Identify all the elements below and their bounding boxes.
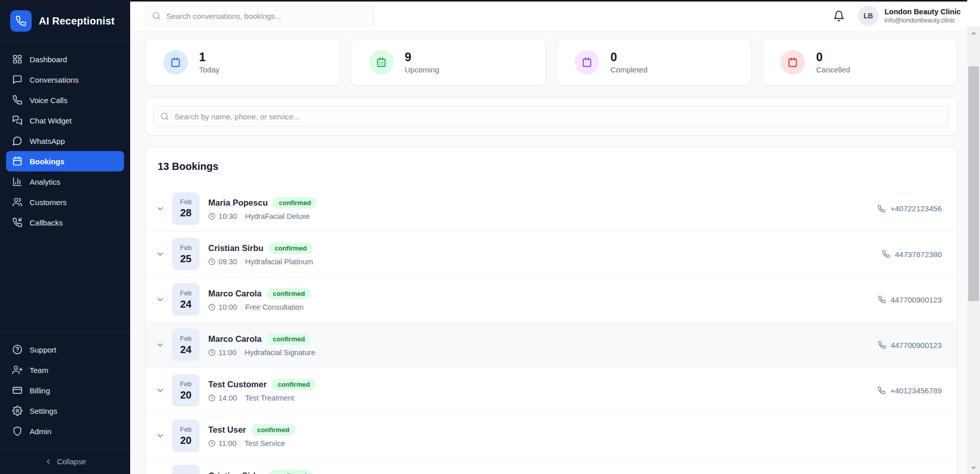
- booking-time: 11:00: [218, 439, 236, 447]
- analytics-icon: [12, 177, 22, 187]
- calendar-cancelled-icon: [780, 50, 805, 74]
- sidebar-item-bookings[interactable]: Bookings: [6, 151, 124, 171]
- sidebar: AI Receptionist Dashboard Conversations …: [0, 0, 130, 474]
- date-day: 24: [180, 298, 191, 310]
- bookings-search-input[interactable]: [154, 106, 949, 127]
- global-search-input[interactable]: [145, 6, 374, 26]
- chevron-down-icon: [156, 431, 165, 440]
- chat-widget-icon: [12, 115, 22, 126]
- phone-number: 447700900123: [891, 295, 942, 304]
- stats-row: 1 Today 9 Upcoming 0 Completed: [145, 39, 958, 86]
- customer-name: Marco Carola: [208, 289, 262, 298]
- customer-name: Maria Popescu: [208, 198, 267, 208]
- booking-row[interactable]: Feb 28 Maria Popescu confirmed 10:30 Hyd…: [145, 186, 957, 231]
- booking-row[interactable]: Feb Cristian Sirbu confirmed: [145, 458, 957, 474]
- main-content: 1 Today 9 Upcoming 0 Completed: [130, 32, 967, 474]
- sidebar-item-admin[interactable]: Admin: [6, 421, 124, 441]
- chevron-up-icon: [970, 30, 977, 37]
- booking-service: Free Consultation: [245, 303, 303, 311]
- sidebar-item-billing[interactable]: Billing: [6, 380, 124, 401]
- bookings-card: 13 Bookings Feb 28 Maria Popescu confirm…: [145, 147, 958, 474]
- sidebar-item-label: Conversations: [30, 76, 79, 84]
- sidebar-item-chat-widget[interactable]: Chat Widget: [6, 110, 124, 131]
- scroll-down-arrow[interactable]: [967, 461, 980, 474]
- sidebar-item-conversations[interactable]: Conversations: [6, 69, 124, 90]
- chevron-down-icon: [156, 340, 165, 350]
- booking-row[interactable]: Feb 24 Marco Carola confirmed 11:00 Hydr…: [145, 322, 957, 367]
- expand-booking-button[interactable]: [153, 250, 168, 259]
- phone-logo-icon: [10, 10, 32, 32]
- chevron-down-icon: [156, 295, 165, 304]
- clock-icon: [208, 304, 215, 311]
- date-month: Feb: [180, 289, 191, 297]
- booking-service: Test Treatment: [245, 394, 294, 402]
- scrollbar-thumb[interactable]: [968, 66, 979, 301]
- date-month: Feb: [180, 335, 191, 342]
- date-month: Feb: [180, 426, 191, 433]
- expand-booking-button[interactable]: [153, 340, 168, 350]
- date-badge: Feb: [172, 465, 200, 474]
- date-day: 20: [180, 389, 191, 401]
- booking-row[interactable]: Feb 24 Marco Carola confirmed 10:00 Free…: [145, 277, 957, 322]
- expand-booking-button[interactable]: [153, 431, 168, 440]
- search-icon: [152, 12, 161, 20]
- booking-row[interactable]: Feb 20 Test User confirmed 11:00 Test Se…: [145, 413, 957, 458]
- phone-number: +40722123456: [890, 204, 942, 213]
- account-email: info@londonbeauty.clinic: [885, 16, 961, 24]
- sidebar-item-customers[interactable]: Customers: [6, 192, 124, 212]
- booking-row[interactable]: Feb 25 Cristian Sirbu confirmed 09:30 Hy…: [145, 231, 957, 277]
- top-bar: LB London Beauty Clinic info@londonbeaut…: [130, 0, 980, 32]
- sidebar-item-team[interactable]: Team: [6, 360, 124, 380]
- sidebar-item-callbacks[interactable]: Callbacks: [6, 212, 124, 233]
- expand-booking-button[interactable]: [153, 295, 168, 304]
- sidebar-item-voice-calls[interactable]: Voice Calls: [6, 90, 124, 110]
- shield-icon: [12, 426, 22, 436]
- avatar: LB: [858, 6, 878, 26]
- phone-icon: [878, 295, 886, 304]
- status-badge: confirmed: [268, 470, 313, 474]
- status-badge: confirmed: [272, 379, 316, 390]
- sidebar-item-analytics[interactable]: Analytics: [6, 171, 124, 192]
- callbacks-icon: [12, 217, 22, 228]
- date-badge: Feb 24: [172, 283, 200, 316]
- stat-card-cancelled: 0 Cancelled: [762, 39, 958, 86]
- bookings-icon: [12, 156, 22, 166]
- bookings-list: Feb 28 Maria Popescu confirmed 10:30 Hyd…: [145, 186, 957, 474]
- status-badge: confirmed: [268, 242, 313, 254]
- chevron-down-icon: [156, 250, 165, 259]
- stat-value: 1: [199, 51, 219, 64]
- window-top-edge: [0, 0, 967, 2]
- sidebar-item-settings[interactable]: Settings: [6, 401, 124, 421]
- expand-booking-button[interactable]: [153, 386, 168, 395]
- sidebar-item-label: Settings: [30, 407, 57, 415]
- bookings-count-heading: 13 Bookings: [145, 161, 957, 172]
- stat-card-completed: 0 Completed: [556, 39, 752, 86]
- sidebar-item-label: Support: [30, 345, 57, 354]
- sidebar-item-label: Bookings: [30, 157, 64, 166]
- date-month: Feb: [180, 380, 191, 388]
- scroll-up-arrow[interactable]: [967, 27, 980, 40]
- booking-service: Hydrafacial Platinum: [245, 258, 313, 266]
- collapse-sidebar-button[interactable]: Collapse: [0, 448, 130, 474]
- booking-row[interactable]: Feb 20 Test Customer confirmed 14:00 Tes…: [145, 367, 957, 413]
- stat-value: 9: [405, 51, 439, 64]
- bell-icon: [833, 10, 845, 22]
- booking-time: 10:30: [218, 212, 237, 220]
- booking-time: 09:30: [218, 258, 237, 266]
- account-menu[interactable]: LB London Beauty Clinic info@londonbeaut…: [858, 6, 961, 26]
- notifications-button[interactable]: [833, 10, 845, 22]
- sidebar-item-dashboard[interactable]: Dashboard: [6, 49, 124, 69]
- page-scrollbar[interactable]: [967, 27, 980, 474]
- sidebar-item-support[interactable]: Support: [6, 339, 124, 360]
- stat-card-today: 1 Today: [145, 39, 340, 86]
- account-name: London Beauty Clinic: [885, 7, 961, 16]
- sidebar-item-whatsapp[interactable]: WhatsApp: [6, 131, 124, 151]
- booking-phone: 44737872380: [882, 250, 949, 259]
- expand-booking-button[interactable]: [153, 204, 168, 213]
- conversations-icon: [12, 74, 22, 85]
- search-icon: [160, 112, 169, 121]
- sidebar-item-label: Team: [30, 366, 48, 375]
- date-badge: Feb 20: [172, 419, 200, 452]
- customer-name: Cristian Sirbu: [208, 243, 263, 253]
- credit-card-icon: [12, 385, 22, 395]
